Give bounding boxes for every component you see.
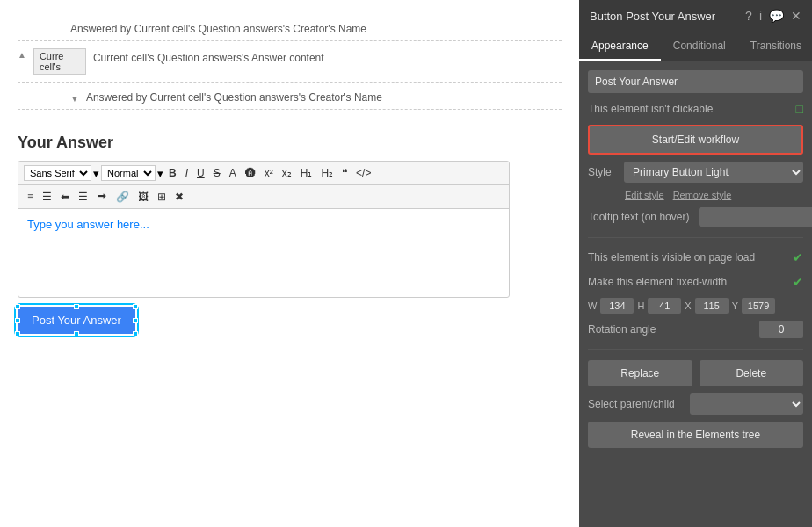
fixed-width-checkbox[interactable]: ✔ (793, 275, 803, 289)
align-center-button[interactable]: ☰ (75, 189, 91, 205)
answered-text-1: Answered by Current cell's Question answ… (70, 23, 366, 35)
divider-2 (588, 349, 803, 350)
h-label: H (637, 300, 644, 311)
style-label: Style (588, 166, 619, 178)
info-icon[interactable]: i (759, 9, 762, 23)
answered-row-2: ▼ Answered by Current cell's Question an… (18, 86, 562, 110)
style-select[interactable]: Primary Button Light (624, 162, 803, 183)
tab-conditional[interactable]: Conditional (661, 32, 738, 61)
handle-top-left[interactable] (15, 304, 20, 309)
editor-toolbar: Sans Serif ▾ Normal ▾ B I U S A 🅐 x² x₂ (18, 162, 509, 185)
h1-button[interactable]: H₁ (297, 165, 316, 181)
delete-button[interactable]: Delete (700, 360, 804, 386)
code-button[interactable]: </> (352, 165, 374, 181)
handle-bottom-mid[interactable] (74, 331, 79, 336)
close-icon[interactable]: ✕ (791, 9, 801, 23)
rich-text-editor[interactable]: Sans Serif ▾ Normal ▾ B I U S A 🅐 x² x₂ (18, 161, 510, 298)
remove-style-link[interactable]: Remove style (673, 190, 732, 200)
not-clickable-row: This element isn't clickable □ (588, 100, 803, 118)
x-input[interactable] (695, 298, 729, 314)
tooltip-input[interactable] (699, 207, 812, 227)
answered-row-1: Answered by Current cell's Question answ… (18, 18, 562, 41)
bold-button[interactable]: B (165, 165, 180, 181)
workflow-button[interactable]: Start/Edit workflow (588, 125, 803, 155)
underline-button[interactable]: U (193, 165, 208, 181)
clear-format-button[interactable]: ✖ (171, 189, 187, 205)
editor-body[interactable]: Type you answer here... (18, 209, 509, 297)
rotation-row: Rotation angle (588, 321, 803, 338)
x-label: X (685, 300, 691, 311)
handle-mid-right[interactable] (133, 318, 138, 323)
font-family-group: Sans Serif ▾ (24, 165, 99, 181)
panel-title: Button Post Your Answer (590, 10, 715, 23)
parent-child-label: Select parent/child (588, 398, 685, 410)
link-button[interactable]: 🔗 (112, 189, 133, 205)
h-input[interactable] (648, 298, 681, 314)
font-style-select[interactable]: Normal (101, 165, 156, 181)
font-style-group: Normal ▾ (101, 165, 163, 181)
ol-button[interactable]: ≡ (24, 189, 37, 205)
ul-button[interactable]: ☰ (39, 189, 55, 205)
not-clickable-checkbox[interactable]: □ (796, 102, 803, 116)
visible-checkbox[interactable]: ✔ (793, 250, 803, 264)
replace-button[interactable]: Replace (588, 360, 692, 386)
fixed-width-row: Make this element fixed-width ✔ (588, 273, 803, 291)
font-family-arrow: ▾ (93, 167, 99, 180)
rotation-label: Rotation angle (588, 323, 656, 336)
arrow-down-icon: ▼ (70, 94, 79, 104)
section-title: Your Answer (18, 134, 562, 152)
help-icon[interactable]: ? (745, 9, 752, 23)
y-label: Y (732, 300, 738, 311)
edit-style-link[interactable]: Edit style (625, 190, 664, 200)
w-label: W (588, 300, 597, 311)
panel-header-icons: ? i 💬 ✕ (745, 9, 801, 23)
rotation-input[interactable] (759, 321, 803, 338)
tab-appearance[interactable]: Appearance (579, 32, 661, 61)
image-button[interactable]: 🖼 (134, 189, 152, 205)
tooltip-row: Tooltip text (on hover) (588, 207, 803, 227)
panel-body: This element isn't clickable □ Start/Edi… (579, 61, 812, 457)
handle-bottom-right[interactable] (133, 331, 138, 336)
right-panel: Button Post Your Answer ? i 💬 ✕ Appearan… (579, 0, 812, 527)
handle-mid-left[interactable] (15, 318, 20, 323)
canvas-area: Answered by Current cell's Question answ… (0, 0, 579, 527)
y-input[interactable] (742, 298, 775, 314)
fixed-width-label: Make this element fixed-width (588, 276, 727, 288)
align-right-button[interactable]: ⮕ (93, 189, 111, 205)
style-row: Style Primary Button Light (588, 162, 803, 183)
divider-1 (588, 237, 803, 238)
editor-toolbar-2: ≡ ☰ ⬅ ☰ ⮕ 🔗 🖼 ⊞ ✖ (18, 185, 509, 209)
handle-top-right[interactable] (133, 304, 138, 309)
subscript-button[interactable]: x₂ (279, 165, 295, 181)
quote-button[interactable]: ❝ (338, 165, 351, 181)
panel-tabs: Appearance Conditional Transitions (579, 32, 812, 61)
element-name-input[interactable] (588, 70, 803, 93)
h2-button[interactable]: H₂ (317, 165, 337, 181)
post-btn-container: Post Your Answer (18, 307, 135, 334)
editor-placeholder: Type you answer here... (27, 218, 149, 231)
table-button[interactable]: ⊞ (154, 189, 170, 205)
italic-button[interactable]: I (182, 165, 192, 181)
chat-icon[interactable]: 💬 (769, 9, 784, 23)
font-color-button[interactable]: A (226, 165, 240, 181)
dimensions-row: W H X Y (588, 298, 803, 314)
post-answer-button[interactable]: Post Your Answer (18, 307, 135, 334)
parent-child-row: Select parent/child (588, 393, 803, 415)
reveal-button[interactable]: Reveal in the Elements tree (588, 422, 803, 448)
handle-bottom-left[interactable] (15, 331, 20, 336)
not-clickable-label: This element isn't clickable (588, 103, 713, 115)
font-family-select[interactable]: Sans Serif (24, 165, 91, 181)
parent-child-select[interactable] (690, 393, 803, 415)
cell-label: Currecell's (33, 48, 86, 75)
handle-top-mid[interactable] (74, 304, 79, 309)
w-input[interactable] (600, 298, 634, 314)
cell-content-text: Current cell's Question answers's Answer… (93, 48, 324, 64)
font-style-arrow: ▾ (157, 167, 163, 180)
align-left-button[interactable]: ⬅ (57, 189, 73, 205)
font-bg-button[interactable]: 🅐 (242, 165, 259, 181)
tab-transitions[interactable]: Transitions (738, 32, 812, 61)
superscript-button[interactable]: x² (261, 165, 277, 181)
current-cell-row: ▲ Currecell's Current cell's Question an… (18, 41, 562, 83)
tooltip-label: Tooltip text (on hover) (588, 211, 693, 223)
strikethrough-button[interactable]: S (210, 165, 224, 181)
